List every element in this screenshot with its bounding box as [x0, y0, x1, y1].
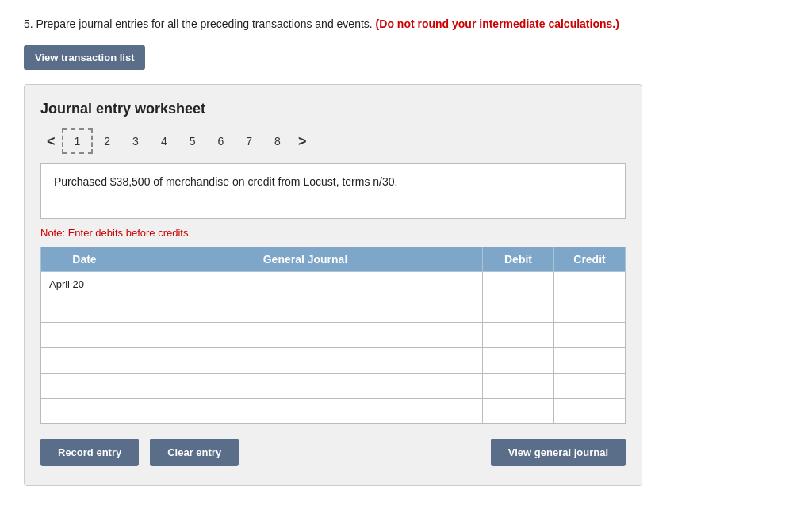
transaction-description: Purchased $38,500 of merchandise on cred… — [40, 163, 626, 219]
journal-table: Date General Journal Debit Credit April … — [40, 247, 626, 424]
col-header-date: Date — [41, 247, 128, 272]
debit-input-4[interactable] — [483, 348, 553, 373]
tab-8[interactable]: 8 — [263, 130, 292, 152]
date-cell-2 — [41, 297, 128, 323]
gj-input-2[interactable] — [128, 297, 482, 322]
debit-cell-1[interactable] — [483, 272, 554, 297]
credit-input-4[interactable] — [554, 348, 625, 373]
debit-input-2[interactable] — [483, 297, 553, 322]
credit-cell-2[interactable] — [554, 297, 626, 323]
question-warning: (Do not round your intermediate calculat… — [376, 17, 619, 30]
tab-3[interactable]: 3 — [121, 130, 150, 152]
tab-4[interactable]: 4 — [150, 130, 178, 152]
credit-input-2[interactable] — [554, 297, 625, 322]
gj-input-1[interactable] — [128, 272, 482, 297]
debit-input-5[interactable] — [483, 374, 553, 398]
next-tab-button[interactable]: > — [292, 133, 313, 150]
date-cell-1: April 20 — [41, 272, 128, 297]
table-row — [41, 374, 626, 399]
gj-cell-1[interactable] — [128, 272, 483, 297]
debit-cell-6[interactable] — [483, 399, 554, 424]
gj-input-5[interactable] — [128, 374, 482, 398]
gj-input-4[interactable] — [128, 348, 482, 373]
credit-input-3[interactable] — [554, 323, 625, 347]
button-row: Record entry Clear entry View general jo… — [40, 439, 626, 466]
tab-2[interactable]: 2 — [93, 130, 121, 152]
date-cell-3 — [41, 323, 128, 348]
gj-cell-4[interactable] — [128, 348, 483, 374]
view-general-journal-button[interactable]: View general journal — [491, 439, 626, 466]
tab-5[interactable]: 5 — [178, 130, 207, 152]
clear-entry-button[interactable]: Clear entry — [150, 439, 239, 466]
note-text: Note: Enter debits before credits. — [40, 227, 626, 239]
gj-cell-5[interactable] — [128, 374, 483, 399]
prev-tab-button[interactable]: < — [40, 133, 62, 150]
col-header-credit: Credit — [554, 247, 626, 272]
credit-cell-6[interactable] — [554, 399, 626, 424]
credit-cell-3[interactable] — [554, 323, 626, 348]
view-transaction-button[interactable]: View transaction list — [24, 45, 145, 70]
tab-6[interactable]: 6 — [207, 130, 236, 152]
debit-input-1[interactable] — [483, 272, 553, 297]
debit-cell-2[interactable] — [483, 297, 554, 323]
gj-cell-2[interactable] — [128, 297, 483, 323]
tab-1[interactable]: 1 — [62, 128, 94, 154]
gj-cell-6[interactable] — [128, 399, 483, 424]
table-row: April 20 — [41, 272, 626, 297]
col-header-gj: General Journal — [128, 247, 483, 272]
table-row — [41, 348, 626, 374]
gj-input-3[interactable] — [128, 323, 482, 347]
table-row — [41, 323, 626, 348]
tab-navigation: < 1 2 3 4 5 6 7 8 > — [40, 128, 626, 154]
credit-input-5[interactable] — [554, 374, 625, 398]
credit-cell-4[interactable] — [554, 348, 626, 374]
credit-input-6[interactable] — [554, 399, 625, 423]
credit-input-1[interactable] — [554, 272, 625, 297]
credit-cell-1[interactable] — [554, 272, 626, 297]
debit-input-3[interactable] — [483, 323, 553, 347]
table-row — [41, 399, 626, 424]
date-cell-6 — [41, 399, 128, 424]
table-row — [41, 297, 626, 323]
date-cell-4 — [41, 348, 128, 374]
debit-cell-5[interactable] — [483, 374, 554, 399]
debit-cell-4[interactable] — [483, 348, 554, 374]
gj-cell-3[interactable] — [128, 323, 483, 348]
question-number: 5. — [24, 17, 33, 30]
question-text: 5. Prepare journal entries for all the p… — [24, 16, 788, 33]
worksheet-title: Journal entry worksheet — [40, 101, 626, 117]
debit-cell-3[interactable] — [483, 323, 554, 348]
gj-input-6[interactable] — [128, 399, 482, 423]
date-cell-5 — [41, 374, 128, 399]
credit-cell-5[interactable] — [554, 374, 626, 399]
tab-7[interactable]: 7 — [235, 130, 263, 152]
record-entry-button[interactable]: Record entry — [40, 439, 139, 466]
col-header-debit: Debit — [483, 247, 554, 272]
debit-input-6[interactable] — [483, 399, 553, 423]
worksheet-container: Journal entry worksheet < 1 2 3 4 5 6 7 … — [24, 84, 642, 486]
question-body: Prepare journal entries for all the prec… — [36, 17, 373, 30]
